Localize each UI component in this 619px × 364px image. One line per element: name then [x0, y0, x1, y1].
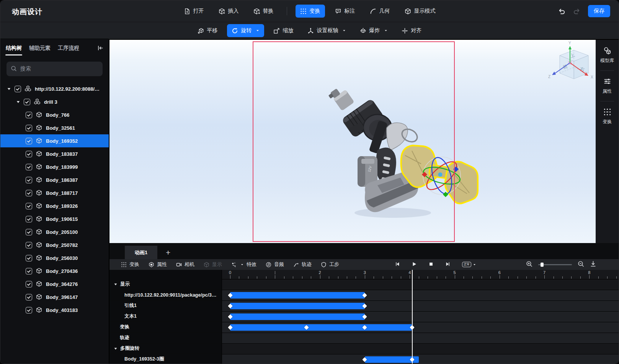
- visibility-checkbox[interactable]: [26, 190, 32, 196]
- tree-expand-arrow[interactable]: [16, 100, 20, 104]
- gizmo-center-dot[interactable]: [438, 173, 443, 177]
- prev-frame-button[interactable]: [395, 261, 400, 268]
- belt-clip-part[interactable]: [387, 123, 408, 151]
- drill-model[interactable]: 12V: [328, 88, 478, 218]
- visibility-checkbox[interactable]: [26, 203, 32, 209]
- timeline-tool-transform-grid[interactable]: 变换: [121, 261, 139, 268]
- tree-item-Body_766[interactable]: Body_766: [0, 108, 109, 121]
- tree-item-Body_186387[interactable]: Body_186387: [0, 173, 109, 186]
- tree-item-Body_256030[interactable]: Body_256030: [0, 251, 109, 264]
- visibility-checkbox[interactable]: [26, 177, 32, 183]
- visibility-checkbox[interactable]: [26, 112, 32, 118]
- track-lane-1[interactable]: [222, 301, 619, 312]
- visibility-checkbox[interactable]: [26, 255, 32, 261]
- group-collapse-arrow[interactable]: [113, 282, 118, 287]
- track-lane-[interactable]: [222, 322, 619, 333]
- timeline-tool-camera[interactable]: 相机: [176, 261, 194, 268]
- track-label-group[interactable]: 显示: [109, 279, 222, 290]
- timeline-bar[interactable]: [230, 303, 365, 309]
- topbar-action-cube-replace[interactable]: 替换: [249, 5, 278, 18]
- transform-tool-explode[interactable]: 爆炸: [355, 24, 392, 37]
- speed-selector[interactable]: 正常: [462, 262, 476, 268]
- viewport-3d[interactable]: 12V: [109, 40, 596, 243]
- transform-tool-translate[interactable]: 平移: [193, 24, 222, 37]
- track-lane-http10122922009011packagepc3dca[interactable]: [222, 290, 619, 301]
- timeline-zoom-slider[interactable]: [538, 264, 572, 265]
- zoom-in-icon[interactable]: [526, 261, 532, 268]
- zoom-out-icon[interactable]: [578, 261, 584, 268]
- timeline-bar[interactable]: [230, 324, 412, 331]
- timeline-tool-audio[interactable]: 音频: [266, 261, 284, 268]
- timeline-tool-prop-box[interactable]: 属性: [149, 261, 167, 268]
- visibility-checkbox[interactable]: [26, 216, 32, 222]
- view-cube[interactable]: 上 前 右 Y X Z: [548, 41, 593, 79]
- visibility-checkbox[interactable]: [26, 268, 32, 274]
- save-button[interactable]: 保存: [588, 5, 610, 17]
- rail-item-model-library[interactable]: 模型库: [600, 44, 614, 66]
- tree-item-http10122922008088pack[interactable]: http://10.122.92.200:8088/pack…: [0, 82, 109, 95]
- transform-tool-align[interactable]: 对齐: [397, 24, 426, 37]
- visibility-checkbox[interactable]: [26, 125, 32, 131]
- visibility-checkbox[interactable]: [26, 307, 32, 313]
- tree-item-Body_364276[interactable]: Body_364276: [0, 277, 109, 291]
- export-icon[interactable]: [590, 261, 596, 268]
- visibility-checkbox[interactable]: [26, 151, 32, 157]
- visibility-checkbox[interactable]: [24, 99, 30, 105]
- collapse-sidebar-button[interactable]: [97, 45, 104, 51]
- stop-button[interactable]: [428, 261, 434, 268]
- tree-item-Body_183837[interactable]: Body_183837: [0, 147, 109, 160]
- tree-item-Body_403183[interactable]: Body_403183: [0, 304, 109, 317]
- sidebar-tab-3[interactable]: 工序流程: [57, 42, 80, 54]
- track-lane-1[interactable]: [222, 312, 619, 322]
- tree-item-Body_188717[interactable]: Body_188717: [0, 186, 109, 199]
- timeline-tool-trajectory[interactable]: 轨迹: [293, 261, 312, 268]
- topbar-action-cube-insert[interactable]: 插入: [214, 5, 243, 18]
- topbar-mode-display-mode[interactable]: 显示模式: [400, 5, 440, 18]
- tree-item-Body_169352[interactable]: Body_169352: [0, 134, 109, 147]
- transform-tool-rotate[interactable]: 旋转: [227, 24, 264, 37]
- timeline-tool-effects[interactable]: 特效: [231, 261, 256, 268]
- rail-item-transform-grid[interactable]: 变换: [603, 106, 612, 127]
- timeline-bar[interactable]: [230, 313, 365, 320]
- track-lane-[interactable]: [222, 344, 619, 354]
- tree-item-Body_189326[interactable]: Body_189326: [0, 199, 109, 212]
- topbar-mode-transform-grid[interactable]: 变换: [296, 5, 325, 18]
- transform-tool-scale[interactable]: 缩放: [269, 24, 298, 37]
- track-label-group[interactable]: 多圈旋转: [109, 343, 222, 354]
- undo-button[interactable]: [558, 8, 565, 15]
- tree-item-Body_250782[interactable]: Body_250782: [0, 238, 109, 251]
- topbar-mode-geometry[interactable]: 几何: [365, 5, 395, 18]
- tree-item-Body_396147[interactable]: Body_396147: [0, 291, 109, 304]
- visibility-checkbox[interactable]: [26, 281, 32, 287]
- transform-tool-pivot[interactable]: 设置枢轴: [303, 24, 351, 37]
- timeline-tab-1[interactable]: 动画1: [125, 246, 157, 259]
- topbar-mode-annotate[interactable]: 标注: [330, 5, 360, 18]
- gizmo-y-handle[interactable]: [443, 192, 448, 197]
- visibility-checkbox[interactable]: [26, 229, 32, 235]
- redo-button[interactable]: [573, 8, 580, 15]
- timeline-bar[interactable]: [230, 292, 365, 299]
- tree-item-drill3[interactable]: drill 3: [0, 95, 109, 108]
- timeline-lanes[interactable]: 02345678: [222, 270, 619, 364]
- group-collapse-arrow[interactable]: [113, 346, 118, 351]
- play-button[interactable]: [412, 261, 417, 268]
- sidebar-tab-2[interactable]: 辅助元素: [29, 42, 51, 54]
- timeline-tool-step-shield[interactable]: 工步: [321, 261, 339, 268]
- visibility-checkbox[interactable]: [26, 242, 32, 248]
- zoom-slider-handle[interactable]: [541, 263, 544, 267]
- timeline-ruler[interactable]: 02345678: [222, 270, 619, 279]
- track-lane-[interactable]: [222, 279, 619, 290]
- visibility-checkbox[interactable]: [26, 294, 32, 300]
- visibility-checkbox[interactable]: [26, 164, 32, 170]
- tree-item-Body_32561[interactable]: Body_32561: [0, 121, 109, 134]
- visibility-checkbox[interactable]: [26, 138, 32, 144]
- tree-item-Body_270436[interactable]: Body_270436: [0, 264, 109, 277]
- next-frame-button[interactable]: [445, 261, 451, 268]
- rail-item-properties[interactable]: 属性: [603, 75, 612, 97]
- topbar-action-file-open[interactable]: 打开: [179, 5, 209, 18]
- sidebar-tab-1[interactable]: 结构树: [5, 42, 22, 54]
- visibility-checkbox[interactable]: [15, 86, 21, 92]
- search-input[interactable]: 搜索: [7, 62, 103, 76]
- tree-item-Body_190615[interactable]: Body_190615: [0, 212, 109, 225]
- playhead[interactable]: [412, 270, 413, 364]
